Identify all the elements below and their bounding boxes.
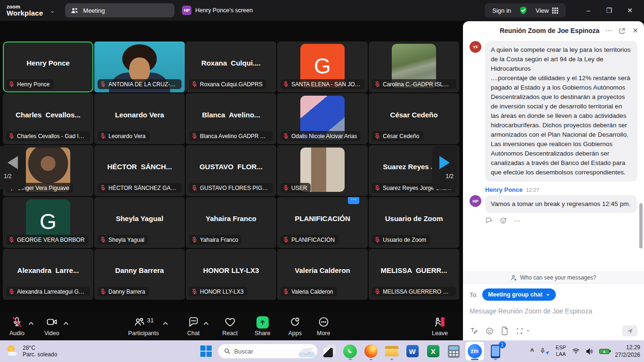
participant-tile[interactable]: César CedeñoCésar Cedeño	[369, 93, 459, 144]
zoom-taskbar-button[interactable]: zm	[465, 342, 484, 361]
participant-tile[interactable]: GGEORGE VERA BORBOR	[3, 197, 93, 248]
language-indicator[interactable]: ESP LAA	[556, 345, 566, 358]
recipient-selector[interactable]: Meeting group chat ⌄	[482, 288, 556, 301]
chat-more-options-button[interactable]: ⋯	[605, 26, 612, 35]
format-text-icon[interactable]	[470, 327, 478, 335]
volume-icon[interactable]	[586, 348, 594, 355]
view-button[interactable]: View	[536, 7, 558, 14]
participant-display-name: MELISSA GUERR...	[369, 266, 459, 274]
muted-mic-icon	[191, 81, 198, 87]
video-options-chevron[interactable]	[63, 321, 69, 325]
audio-button[interactable]: Audio	[7, 316, 27, 337]
hidden-icons-button[interactable]: ^	[530, 347, 534, 355]
share-button[interactable]: Share	[252, 316, 273, 337]
participant-tile[interactable]: GSANTA ELENA - SAN JOSÉ ...	[277, 41, 368, 92]
participant-tile[interactable]: HONOR LLY-LX3HONOR LLY-LX3	[186, 249, 276, 300]
participant-tile[interactable]: PLANIFICACIÓN⋯PLANIFICACIÓN	[277, 197, 368, 248]
participant-display-name: César Cedeño	[369, 111, 459, 119]
add-reaction-icon[interactable]	[500, 217, 507, 224]
send-button[interactable]	[622, 325, 637, 337]
react-button[interactable]: React	[219, 316, 240, 337]
participant-name-label: HONOR LLY-LX3	[189, 287, 248, 296]
muted-mic-icon	[100, 133, 106, 139]
participant-display-name: GUSTAVO FLOR...	[186, 163, 276, 171]
emoji-icon[interactable]	[486, 327, 494, 335]
participant-tile[interactable]: Henry PonceHenry Ponce	[3, 41, 93, 92]
excel-taskbar-button[interactable]: X	[424, 342, 443, 361]
workspace-chevron-icon[interactable]: ⌄	[50, 7, 55, 14]
participant-tile[interactable]: Usuario de ZoomUsuario de Zoom	[369, 197, 459, 248]
minimize-button[interactable]: –	[578, 2, 599, 19]
participant-tile[interactable]: MELISSA GUERR...MELISSA GUERRERO GADP...	[369, 249, 459, 300]
calculator-taskbar-button[interactable]	[445, 342, 463, 361]
participant-tile[interactable]: Leonardo VeraLeonardo Vera	[94, 93, 185, 144]
message-input[interactable]: Message Reunión Zoom de Joe Espinoza	[470, 307, 637, 325]
whatsapp-taskbar-button[interactable]	[341, 342, 360, 361]
tab-henry-ponce-screen[interactable]: HP Henry Ponce's screen	[182, 6, 253, 15]
word-taskbar-button[interactable]: W	[403, 342, 422, 361]
next-page-button[interactable]: 1/2	[432, 146, 457, 189]
participant-tile[interactable]: ANTONIA DE LA CRUZ-GA...	[94, 41, 185, 92]
previous-page-button[interactable]: 1/2	[0, 146, 25, 189]
tab-meeting[interactable]: Meeting	[65, 3, 174, 17]
participant-tile[interactable]: Alexandra Larre...Alexandra Larreategui …	[3, 249, 93, 300]
participant-tile[interactable]: Carolina C.-GADPR ISLA SA...	[369, 41, 459, 92]
clock[interactable]: 12:29 27/2/2026	[615, 344, 640, 359]
privacy-note[interactable]: Who can see your messages?	[463, 272, 644, 283]
chat-sender-name[interactable]: Henry Ponce	[485, 186, 522, 193]
participant-display-name: Yahaira Franco	[186, 214, 276, 222]
tab-screen-label: Henry Ponce's screen	[195, 7, 253, 14]
reply-icon[interactable]	[485, 217, 493, 224]
camera-icon	[46, 316, 58, 328]
participant-tile[interactable]: Sheyla YagualSheyla Yagual	[94, 197, 185, 248]
chat-compose: To: Meeting group chat ⌄ Message Reunión…	[463, 283, 644, 340]
leave-button[interactable]: Leave	[429, 316, 451, 337]
participant-tile[interactable]: Blanca Avelino...Blanca Avelino GADPR AN…	[186, 93, 276, 144]
wifi-icon[interactable]	[572, 348, 580, 354]
explorer-taskbar-button[interactable]	[382, 342, 401, 361]
participant-tile[interactable]: Danny BarreraDanny Barrera	[94, 249, 185, 300]
participant-tile[interactable]: Odalis Nicole Alcivar Arias	[277, 93, 368, 144]
excel-icon: X	[427, 345, 439, 357]
participant-tile[interactable]: HÉCTOR SÁNCH...HÉCTOR SÁNCHEZ GAD AT...	[94, 145, 185, 196]
participant-tile[interactable]: Charles Cevallos...Charles Cevallos - Ga…	[3, 93, 93, 144]
sign-in-button[interactable]: Sign in	[492, 7, 511, 14]
battery-icon[interactable]: ▲	[599, 349, 610, 354]
firefox-taskbar-button[interactable]	[362, 342, 380, 361]
participants-options-chevron[interactable]	[163, 321, 168, 325]
shade-window-icon	[323, 345, 336, 357]
mic-in-use-icon[interactable]	[540, 347, 550, 356]
apps-button[interactable]: Apps	[285, 316, 305, 337]
restore-button[interactable]: ❐	[599, 2, 619, 19]
participant-name-label: SANTA ELENA - SAN JOSÉ ...	[281, 79, 364, 89]
participants-button[interactable]: 31Participants	[125, 316, 162, 337]
participant-tile[interactable]: GUSTAVO FLOR...GUSTAVO FLORES PIGUAVE	[186, 145, 276, 196]
security-shield-icon[interactable]	[519, 6, 528, 15]
message-more-icon[interactable]: ⋯	[514, 217, 520, 224]
search-icon	[224, 348, 231, 354]
participant-tile[interactable]: USER	[277, 145, 368, 196]
search-box[interactable]: Buscar	[218, 344, 318, 359]
chat-message-text: A quien le compete crear la ley para los…	[485, 41, 637, 181]
chat-options-chevron[interactable]	[203, 321, 209, 325]
participant-tile[interactable]: Roxana Culqui....Roxana Culqui.GADPRS	[186, 41, 276, 92]
calculator-icon	[448, 345, 460, 358]
participant-tile[interactable]: Valeria CalderonValeria Calderon	[277, 249, 368, 300]
chat-close-button[interactable]: ✕	[632, 26, 638, 35]
audio-options-chevron[interactable]	[28, 321, 34, 325]
participant-tile[interactable]: Yahaira FrancoYahaira Franco	[186, 197, 276, 248]
chat-button[interactable]: Chat	[184, 316, 202, 337]
shade-window-taskbar-button[interactable]	[320, 342, 339, 361]
start-button[interactable]	[197, 342, 215, 361]
phone-link-taskbar-button[interactable]: 1	[486, 342, 505, 361]
weather-icon	[7, 345, 19, 357]
close-button[interactable]: ✕	[619, 2, 640, 19]
video-button[interactable]: Video	[41, 316, 62, 337]
screenshot-icon[interactable]: ⌄	[516, 327, 530, 335]
more-button[interactable]: More	[314, 316, 333, 337]
popout-icon[interactable]	[619, 27, 626, 34]
tile-more-options-button[interactable]: ⋯	[348, 197, 359, 204]
chat-scrollbar[interactable]	[639, 203, 643, 248]
weather-widget[interactable]: 28°C Parc. soleado	[7, 345, 57, 358]
file-icon[interactable]	[501, 327, 508, 335]
